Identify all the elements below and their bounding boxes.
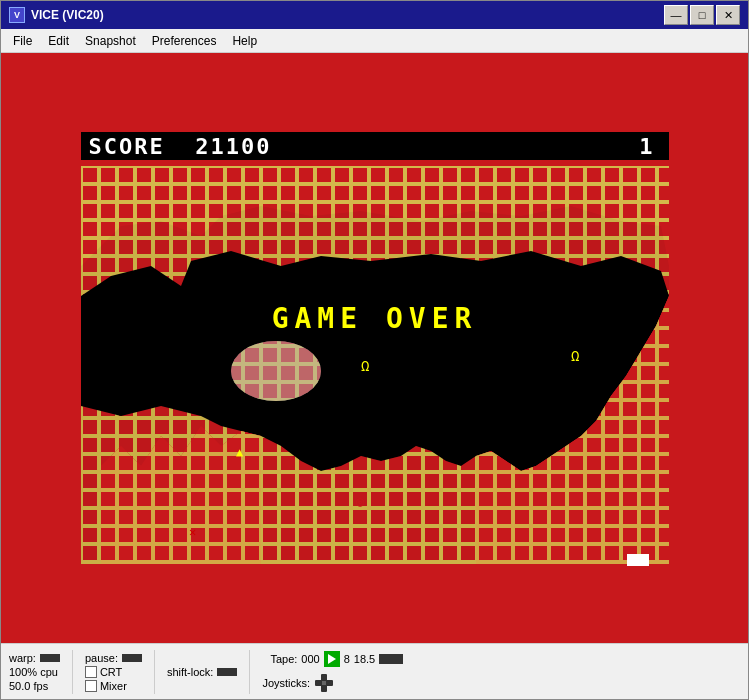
tape-label: Tape: bbox=[270, 653, 297, 665]
mixer-row: Mixer bbox=[85, 680, 142, 692]
menu-bar: File Edit Snapshot Preferences Help bbox=[1, 29, 748, 53]
mixer-label: Mixer bbox=[100, 680, 127, 692]
svg-point-12 bbox=[231, 341, 321, 401]
warp-indicator bbox=[40, 654, 60, 662]
maximize-button[interactable]: □ bbox=[690, 5, 714, 25]
svg-text:Ω: Ω bbox=[571, 348, 579, 364]
tape-row: Tape: 000 8 18.5 bbox=[270, 651, 403, 667]
menu-edit[interactable]: Edit bbox=[40, 32, 77, 50]
svg-text:◎: ◎ bbox=[356, 493, 365, 509]
divider-1 bbox=[72, 650, 73, 694]
svg-rect-18 bbox=[627, 554, 649, 566]
app-icon: V bbox=[9, 7, 25, 23]
cpu-row: 100% cpu bbox=[9, 666, 60, 678]
main-content: SCORE 21100 1 bbox=[1, 53, 748, 643]
divider-3 bbox=[249, 650, 250, 694]
shift-lock-indicator bbox=[217, 668, 237, 676]
lives-display: 1 bbox=[639, 134, 652, 159]
crt-checkbox[interactable] bbox=[85, 666, 97, 678]
shift-lock-label: shift-lock: bbox=[167, 666, 213, 678]
game-svg: Ω Ω ▲ ◎ ✕ bbox=[81, 162, 669, 568]
play-icon bbox=[328, 654, 336, 664]
warp-section: warp: 100% cpu 50.0 fps bbox=[9, 652, 60, 692]
menu-snapshot[interactable]: Snapshot bbox=[77, 32, 144, 50]
score-display: SCORE 21100 bbox=[89, 134, 272, 159]
game-area: Ω Ω ▲ ◎ ✕ GAME OVER bbox=[81, 162, 669, 568]
tape-speed: 18.5 bbox=[354, 653, 375, 665]
joystick-row: Joysticks: bbox=[262, 673, 403, 693]
title-bar-left: V VICE (VIC20) bbox=[9, 7, 104, 23]
pause-section: pause: CRT Mixer bbox=[85, 652, 142, 692]
divider-2 bbox=[154, 650, 155, 694]
menu-preferences[interactable]: Preferences bbox=[144, 32, 225, 50]
menu-file[interactable]: File bbox=[5, 32, 40, 50]
close-button[interactable]: ✕ bbox=[716, 5, 740, 25]
minimize-button[interactable]: — bbox=[664, 5, 688, 25]
svg-text:✕: ✕ bbox=[189, 525, 196, 539]
crt-label: CRT bbox=[100, 666, 122, 678]
pause-label: pause: bbox=[85, 652, 118, 664]
warp-row: warp: bbox=[9, 652, 60, 664]
tape-section: Tape: 000 8 18.5 Joysticks: bbox=[262, 651, 403, 693]
pause-row: pause: bbox=[85, 652, 142, 664]
cpu-label: 100% cpu bbox=[9, 666, 58, 678]
warp-label: warp: bbox=[9, 652, 36, 664]
status-bar: warp: 100% cpu 50.0 fps pause: CRT Mi bbox=[1, 643, 748, 699]
shift-lock-section: shift-lock: bbox=[167, 666, 237, 678]
menu-help[interactable]: Help bbox=[224, 32, 265, 50]
svg-text:Ω: Ω bbox=[361, 358, 369, 374]
game-over-text: GAME OVER bbox=[272, 302, 478, 335]
emulator-screen: SCORE 21100 1 bbox=[77, 124, 673, 572]
crt-row: CRT bbox=[85, 666, 142, 678]
joystick-icon bbox=[314, 673, 334, 693]
tape-play-button[interactable] bbox=[324, 651, 340, 667]
mixer-checkbox[interactable] bbox=[85, 680, 97, 692]
joysticks-label: Joysticks: bbox=[262, 677, 310, 689]
score-bar: SCORE 21100 1 bbox=[81, 132, 669, 160]
window-controls: — □ ✕ bbox=[664, 5, 740, 25]
fps-label: 50.0 fps bbox=[9, 680, 48, 692]
pause-indicator bbox=[122, 654, 142, 662]
svg-text:▲: ▲ bbox=[236, 445, 244, 459]
title-bar: V VICE (VIC20) — □ ✕ bbox=[1, 1, 748, 29]
svg-rect-21 bbox=[322, 681, 326, 685]
tape-value: 000 bbox=[301, 653, 319, 665]
fps-row: 50.0 fps bbox=[9, 680, 60, 692]
tape-speed-indicator bbox=[379, 654, 403, 664]
window-title: VICE (VIC20) bbox=[31, 8, 104, 22]
application-window: V VICE (VIC20) — □ ✕ File Edit Snapshot … bbox=[0, 0, 749, 700]
tape-counter: 8 bbox=[344, 653, 350, 665]
shift-lock-row: shift-lock: bbox=[167, 666, 237, 678]
